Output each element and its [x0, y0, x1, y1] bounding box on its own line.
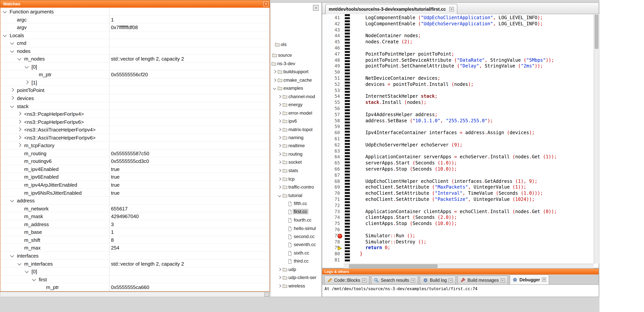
tree-item-seventh-cc[interactable]: seventh.cc: [270, 241, 322, 248]
watches-horizontal-scrollbar[interactable]: [0, 292, 270, 297]
watch-row[interactable]: stack: [0, 102, 270, 110]
code-line[interactable]: Ipv4AddressHelper address;: [360, 112, 438, 118]
expander-icon[interactable]: [10, 96, 14, 100]
tree-item-hello-simul[interactable]: hello-simul: [270, 225, 322, 232]
tree-item-buildsupport[interactable]: buildsupport: [270, 69, 322, 75]
tab-code-blocks[interactable]: Code::Blocks×: [324, 276, 370, 284]
watch-row[interactable]: m_address3: [0, 220, 270, 228]
tree-item-naming[interactable]: naming: [270, 135, 322, 141]
watch-row[interactable]: m_nodesstd::vector of length 2, capacity…: [0, 55, 270, 63]
tree-item-channel-mod[interactable]: channel-mod: [270, 94, 322, 100]
code-line[interactable]: NetDeviceContainer devices;: [360, 76, 440, 82]
watch-row[interactable]: address: [0, 197, 270, 204]
watch-row[interactable]: m_routing0x555555587c50: [0, 150, 270, 157]
watch-row[interactable]: <ns3::AsciiTraceHelperForIpv4>: [0, 126, 270, 134]
tree-item-fifth-cc[interactable]: fifth.cc: [270, 200, 322, 207]
expander-icon[interactable]: [273, 79, 276, 82]
tree-item-wireless[interactable]: wireless: [270, 283, 322, 289]
expander-icon[interactable]: [278, 169, 281, 172]
watch-row[interactable]: m_ipv6Enabledtrue: [0, 173, 270, 181]
expander-icon[interactable]: [32, 277, 36, 281]
watch-row[interactable]: m_max254: [0, 244, 270, 252]
expander-icon[interactable]: [18, 128, 21, 132]
code-line[interactable]: }: [360, 251, 362, 257]
code-line[interactable]: InternetStackHelper stack;: [360, 94, 438, 100]
watch-row[interactable]: m_ipv6NsRsJitterEnabledtrue: [0, 189, 270, 197]
tab-build-messages[interactable]: Build messages×: [458, 276, 508, 284]
close-icon[interactable]: ×: [313, 5, 319, 11]
expander-icon[interactable]: [10, 104, 14, 108]
column-divider[interactable]: [109, 8, 110, 291]
code-line[interactable]: address.SetBase ("10.1.1.0", "255.255.25…: [360, 118, 493, 124]
watch-row[interactable]: m_routingv60x5555555cd3c0: [0, 157, 270, 165]
tree-item-stats[interactable]: stats: [270, 167, 322, 174]
code-line[interactable]: Simulator::Destroy ();: [360, 239, 426, 245]
code-line[interactable]: pointToPoint.SetChannelAttribute ("Delay…: [360, 63, 543, 70]
watch-row[interactable]: m_ipv4ArpJitterEnabledtrue: [0, 181, 270, 189]
expander-icon[interactable]: [10, 49, 14, 53]
close-icon[interactable]: ×: [449, 278, 453, 282]
expander-icon[interactable]: [3, 9, 7, 13]
tree-item-routing[interactable]: routing: [270, 151, 322, 157]
code-line[interactable]: NodeContainer nodes;: [360, 33, 421, 39]
expander-icon[interactable]: [10, 88, 14, 92]
watch-row[interactable]: <ns3::PcapHelperForIpv6>: [0, 118, 270, 126]
tree-item-fourth-cc[interactable]: fourth.cc: [270, 217, 322, 223]
expander-icon[interactable]: [18, 261, 21, 265]
expander-icon[interactable]: [278, 153, 281, 156]
code-line[interactable]: serverApps.Stop (Seconds (10.0));: [360, 166, 457, 172]
watch-row[interactable]: <ns3::PcapHelperForIpv4>: [0, 110, 270, 118]
watch-row[interactable]: nodes: [0, 47, 270, 55]
code-line[interactable]: stack.Install (nodes);: [360, 100, 426, 106]
tab-build-log[interactable]: Build log×: [420, 276, 456, 284]
watch-row[interactable]: m_shift8: [0, 236, 270, 244]
tree-item-realtime[interactable]: realtime: [270, 143, 322, 149]
expander-icon[interactable]: [278, 160, 281, 164]
tree-item-udp[interactable]: udp: [270, 266, 322, 273]
tree-item-ns-3-dev[interactable]: ns-3-dev: [270, 61, 322, 67]
expander-icon[interactable]: [18, 136, 21, 139]
expander-icon[interactable]: [278, 112, 281, 115]
editor-tab[interactable]: mnt/dev/tools/source/ns-3-dev/examples/t…: [325, 4, 457, 14]
expander-icon[interactable]: [278, 136, 281, 139]
expander-icon[interactable]: [278, 120, 281, 123]
expander-icon[interactable]: [278, 103, 281, 106]
tree-item-third-cc[interactable]: third.cc: [270, 258, 322, 265]
watch-row[interactable]: first: [0, 275, 270, 283]
editor-horizontal-scrollbar[interactable]: [344, 264, 594, 268]
watch-row[interactable]: argc1: [0, 15, 270, 23]
tree-item-error-model[interactable]: error-model: [270, 110, 322, 117]
watch-row[interactable]: m_mask4294967040: [0, 212, 270, 220]
tree-item-source[interactable]: source: [270, 52, 322, 59]
editor-vertical-scrollbar[interactable]: [594, 14, 599, 264]
watch-row[interactable]: m_interfacesstd::vector of length 2, cap…: [0, 260, 270, 268]
watch-row[interactable]: devices: [0, 94, 270, 102]
expander-icon[interactable]: [278, 144, 281, 147]
code-line[interactable]: return 0;: [360, 245, 390, 251]
watch-row[interactable]: m_ptr0x5555555ca660: [0, 283, 270, 291]
tree-item-udp-client-ser[interactable]: udp-client-ser: [270, 275, 322, 281]
scrollbar-thumb[interactable]: [595, 15, 598, 49]
expander-icon[interactable]: [278, 194, 281, 197]
expander-icon[interactable]: [18, 120, 21, 123]
logs-titlebar[interactable]: Logs & others: [322, 269, 599, 275]
tab-search-results[interactable]: Search results×: [371, 276, 418, 284]
tree-item-ipv6[interactable]: ipv6: [270, 118, 322, 125]
expander-icon[interactable]: [273, 87, 276, 90]
code-line[interactable]: nodes.Create (2);: [360, 39, 413, 45]
code-line[interactable]: Ipv4InterfaceContainer interfaces = addr…: [360, 130, 534, 136]
watch-row[interactable]: [0]: [0, 63, 270, 71]
close-icon[interactable]: ×: [362, 278, 366, 282]
expander-icon[interactable]: [278, 268, 281, 271]
close-icon[interactable]: ×: [500, 278, 505, 282]
tree-item-socket[interactable]: socket: [270, 159, 322, 165]
tab-debugger[interactable]: Debugger×: [510, 275, 549, 284]
expander-icon[interactable]: [25, 65, 28, 68]
code-line[interactable]: serverApps.Start (Seconds (1.0));: [360, 160, 457, 166]
watch-row[interactable]: [0]: [0, 268, 270, 275]
scrollbar-thumb[interactable]: [349, 265, 438, 268]
tree-item-first-cc[interactable]: first.cc: [270, 208, 322, 215]
expander-icon[interactable]: [278, 276, 281, 279]
code-line[interactable]: PointToPointHelper pointToPoint;: [360, 51, 454, 57]
expander-icon[interactable]: [278, 95, 281, 98]
